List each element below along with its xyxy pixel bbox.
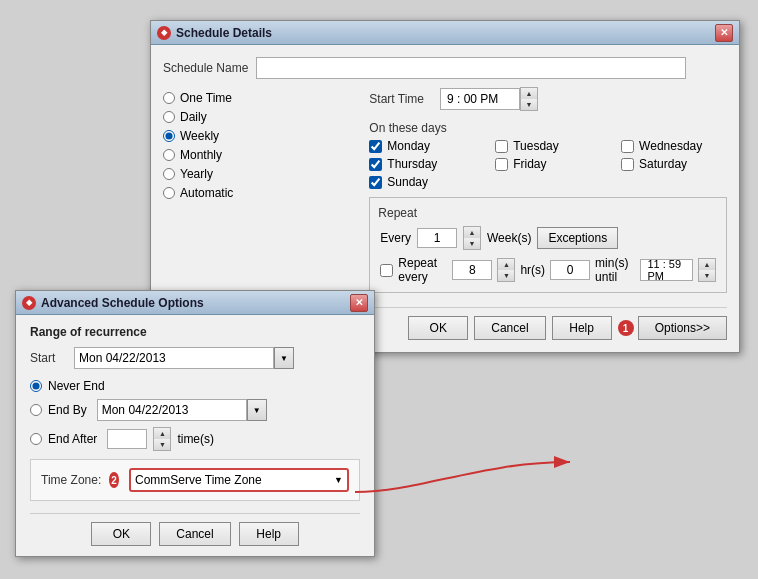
- end-after-item: End After 05 ▲ ▼ time(s): [30, 427, 360, 451]
- day-thursday[interactable]: Thursday: [369, 157, 475, 171]
- day-tuesday[interactable]: Tuesday: [495, 139, 601, 153]
- checkbox-wednesday[interactable]: [621, 140, 634, 153]
- advanced-close-button[interactable]: ✕: [350, 294, 368, 312]
- hr-spin-down[interactable]: ▼: [498, 270, 514, 281]
- schedule-titlebar: ◆ Schedule Details ✕: [151, 21, 739, 45]
- start-time-spinner[interactable]: ▲ ▼: [520, 87, 538, 111]
- time-spin-up[interactable]: ▲: [521, 88, 537, 99]
- schedule-title-text: Schedule Details: [176, 26, 272, 40]
- radio-daily-input[interactable]: [163, 111, 175, 123]
- checkbox-sunday[interactable]: [369, 176, 382, 189]
- until-spinner[interactable]: ▲ ▼: [698, 258, 716, 282]
- min-label: min(s) until: [595, 256, 635, 284]
- exceptions-button[interactable]: Exceptions: [537, 227, 618, 249]
- end-after-label: End After: [48, 432, 97, 446]
- radio-one-time-input[interactable]: [163, 92, 175, 104]
- label-friday: Friday: [513, 157, 546, 171]
- label-thursday: Thursday: [387, 157, 437, 171]
- adv-ok-button[interactable]: OK: [91, 522, 151, 546]
- end-after-value-input[interactable]: 05: [107, 429, 147, 449]
- start-time-label: Start Time: [369, 92, 424, 106]
- day-monday[interactable]: Monday: [369, 139, 475, 153]
- checkbox-thursday[interactable]: [369, 158, 382, 171]
- never-end-radio[interactable]: [30, 380, 42, 392]
- radio-monthly-input[interactable]: [163, 149, 175, 161]
- checkbox-monday[interactable]: [369, 140, 382, 153]
- end-by-radio[interactable]: [30, 404, 42, 416]
- label-sunday: Sunday: [387, 175, 428, 189]
- label-monday: Monday: [387, 139, 430, 153]
- schedule-close-button[interactable]: ✕: [715, 24, 733, 42]
- start-row: Start Mon 04/22/2013 ▼: [30, 347, 360, 369]
- hr-value-input[interactable]: [452, 260, 492, 280]
- until-time-value: 11 : 59 PM: [647, 258, 686, 282]
- radio-automatic[interactable]: Automatic: [163, 186, 239, 200]
- repeat-every-checkbox[interactable]: [380, 264, 393, 277]
- radio-weekly[interactable]: Weekly: [163, 129, 239, 143]
- every-value-input[interactable]: [417, 228, 457, 248]
- timezone-section: Time Zone: 2 CommServe Time Zone ▼: [30, 459, 360, 501]
- cancel-button[interactable]: Cancel: [474, 316, 545, 340]
- radio-weekly-label: Weekly: [180, 129, 219, 143]
- min-value-input[interactable]: [550, 260, 590, 280]
- days-section: On these days Monday Tuesday Wednesda: [369, 121, 727, 189]
- start-time-value: 9 : 00 PM: [447, 92, 498, 106]
- advanced-titlebar: ◆ Advanced Schedule Options ✕: [16, 291, 374, 315]
- start-date-input[interactable]: Mon 04/22/2013: [74, 347, 274, 369]
- schedule-title-icon: ◆: [157, 26, 171, 40]
- radio-yearly-label: Yearly: [180, 167, 213, 181]
- ok-button[interactable]: OK: [408, 316, 468, 340]
- schedule-name-row: Schedule Name: [163, 57, 727, 79]
- help-button[interactable]: Help: [552, 316, 612, 340]
- repeat-every-label: Repeat every: [398, 256, 447, 284]
- label-saturday: Saturday: [639, 157, 687, 171]
- checkbox-saturday[interactable]: [621, 158, 634, 171]
- every-spin-down[interactable]: ▼: [464, 238, 480, 249]
- timezone-select[interactable]: CommServe Time Zone ▼: [129, 468, 349, 492]
- repeat-label: Repeat: [378, 206, 716, 220]
- advanced-title-icon: ◆: [22, 296, 36, 310]
- label-tuesday: Tuesday: [513, 139, 559, 153]
- adv-help-button[interactable]: Help: [239, 522, 299, 546]
- end-after-spinner[interactable]: ▲ ▼: [153, 427, 171, 451]
- end-by-dropdown-arrow[interactable]: ▼: [247, 399, 267, 421]
- radio-weekly-input[interactable]: [163, 130, 175, 142]
- radio-automatic-input[interactable]: [163, 187, 175, 199]
- hr-spin-up[interactable]: ▲: [498, 259, 514, 270]
- every-spin-up[interactable]: ▲: [464, 227, 480, 238]
- every-spinner[interactable]: ▲ ▼: [463, 226, 481, 250]
- radio-daily[interactable]: Daily: [163, 110, 239, 124]
- radio-daily-label: Daily: [180, 110, 207, 124]
- checkbox-friday[interactable]: [495, 158, 508, 171]
- end-by-date-input[interactable]: Mon 04/22/2013: [97, 399, 247, 421]
- day-saturday[interactable]: Saturday: [621, 157, 727, 171]
- end-after-spin-down[interactable]: ▼: [154, 439, 170, 450]
- days-grid: Monday Tuesday Wednesday Thursday: [369, 139, 727, 189]
- start-label: Start: [30, 351, 66, 365]
- until-spin-up[interactable]: ▲: [699, 259, 715, 270]
- advanced-title: ◆ Advanced Schedule Options: [22, 296, 204, 310]
- radio-automatic-label: Automatic: [180, 186, 233, 200]
- until-spin-down[interactable]: ▼: [699, 270, 715, 281]
- never-end-item[interactable]: Never End: [30, 379, 360, 393]
- radio-yearly[interactable]: Yearly: [163, 167, 239, 181]
- every-label: Every: [380, 231, 411, 245]
- end-after-spin-up[interactable]: ▲: [154, 428, 170, 439]
- range-label: Range of recurrence: [30, 325, 360, 339]
- time-spin-down[interactable]: ▼: [521, 99, 537, 110]
- day-sunday[interactable]: Sunday: [369, 175, 475, 189]
- adv-cancel-button[interactable]: Cancel: [159, 522, 230, 546]
- recurrence-options: Never End End By Mon 04/22/2013 ▼ End Af…: [30, 379, 360, 451]
- checkbox-tuesday[interactable]: [495, 140, 508, 153]
- start-time-display: 9 : 00 PM: [440, 88, 520, 110]
- hr-spinner[interactable]: ▲ ▼: [497, 258, 515, 282]
- options-button[interactable]: Options>>: [638, 316, 727, 340]
- radio-yearly-input[interactable]: [163, 168, 175, 180]
- start-date-dropdown-arrow[interactable]: ▼: [274, 347, 294, 369]
- day-wednesday[interactable]: Wednesday: [621, 139, 727, 153]
- end-after-radio[interactable]: [30, 433, 42, 445]
- radio-monthly[interactable]: Monthly: [163, 148, 239, 162]
- radio-one-time[interactable]: One Time: [163, 91, 239, 105]
- schedule-name-input[interactable]: [256, 57, 686, 79]
- day-friday[interactable]: Friday: [495, 157, 601, 171]
